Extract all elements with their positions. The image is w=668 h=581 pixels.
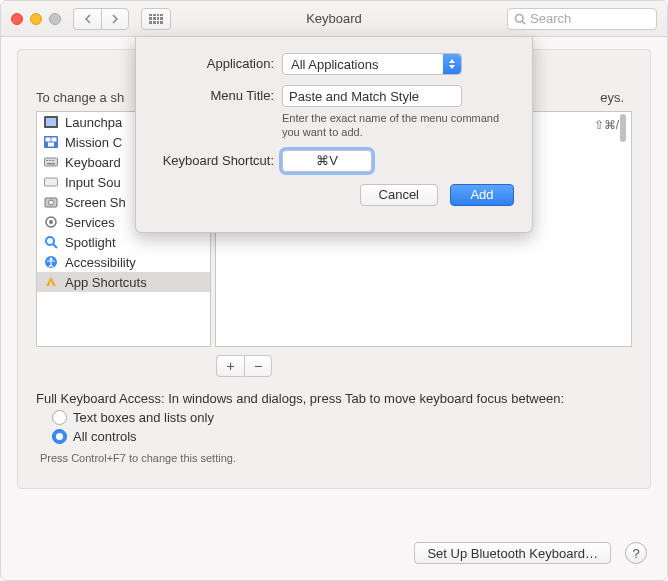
- sidebar-item-accessibility[interactable]: Accessibility: [37, 252, 210, 272]
- svg-point-0: [516, 14, 524, 22]
- fka-label: Full Keyboard Access: In windows and dia…: [36, 391, 632, 406]
- screenshots-icon: [43, 195, 59, 209]
- svg-rect-5: [46, 138, 51, 142]
- cancel-button[interactable]: Cancel: [360, 184, 438, 206]
- search-icon: [514, 13, 526, 25]
- svg-rect-11: [52, 160, 54, 161]
- svg-line-1: [522, 21, 525, 24]
- minus-icon: −: [254, 358, 262, 374]
- radio-label-all-controls: All controls: [73, 429, 137, 444]
- svg-rect-9: [46, 160, 48, 161]
- spotlight-icon: [43, 235, 59, 249]
- plus-icon: +: [226, 358, 234, 374]
- application-value: All Applications: [291, 57, 378, 72]
- radio-label-text-boxes: Text boxes and lists only: [73, 410, 214, 425]
- menu-title-input[interactable]: Paste and Match Style: [282, 85, 462, 107]
- mission-control-icon: [43, 135, 59, 149]
- menu-title-value: Paste and Match Style: [289, 89, 419, 104]
- sidebar-item-label: Accessibility: [65, 255, 136, 270]
- svg-rect-13: [45, 178, 58, 186]
- close-window-button[interactable]: [11, 13, 23, 25]
- application-popup[interactable]: All Applications: [282, 53, 462, 75]
- app-shortcuts-icon: [43, 275, 59, 289]
- input-sources-icon: [43, 175, 59, 189]
- add-shortcut-sheet: Application: All Applications Menu Title…: [135, 37, 533, 233]
- svg-rect-3: [46, 118, 56, 126]
- scrollbar[interactable]: [617, 114, 629, 344]
- help-button[interactable]: ?: [625, 542, 647, 564]
- add-shortcut-button[interactable]: +: [216, 355, 244, 377]
- zoom-window-button[interactable]: [49, 13, 61, 25]
- accessibility-icon: [43, 255, 59, 269]
- svg-point-21: [50, 258, 53, 261]
- bluetooth-keyboard-button[interactable]: Set Up Bluetooth Keyboard…: [414, 542, 611, 564]
- sidebar-item-label: Input Sou: [65, 175, 121, 190]
- description-prefix: To change a sh: [36, 90, 124, 105]
- search-placeholder: Search: [530, 11, 571, 26]
- svg-point-15: [49, 200, 54, 205]
- grid-icon: [149, 14, 163, 24]
- sidebar-item-label: Launchpa: [65, 115, 122, 130]
- shortcut-label: Keyboard Shortcut:: [154, 150, 282, 168]
- chevron-updown-icon: [443, 54, 461, 74]
- sidebar-item-label: Keyboard: [65, 155, 121, 170]
- svg-line-19: [53, 244, 57, 248]
- sidebar-item-label: App Shortcuts: [65, 275, 147, 290]
- sidebar-item-label: Screen Sh: [65, 195, 126, 210]
- launchpad-icon: [43, 115, 59, 129]
- radio-text-boxes[interactable]: [52, 410, 67, 425]
- remove-shortcut-button[interactable]: −: [244, 355, 272, 377]
- svg-point-17: [49, 220, 53, 224]
- sidebar-item-label: Mission C: [65, 135, 122, 150]
- sidebar-item-label: Spotlight: [65, 235, 116, 250]
- svg-point-18: [46, 237, 54, 245]
- sidebar-item-app-shortcuts[interactable]: App Shortcuts: [37, 272, 210, 292]
- show-all-button[interactable]: [141, 8, 171, 30]
- shortcut-value-hint: ⇧⌘/: [594, 118, 619, 132]
- shortcut-value: ⌘V: [316, 153, 338, 168]
- application-label: Application:: [154, 53, 282, 71]
- nav-buttons: [73, 8, 129, 30]
- svg-rect-8: [45, 158, 58, 166]
- svg-rect-10: [49, 160, 51, 161]
- add-remove-buttons: + −: [216, 355, 632, 377]
- description-suffix: eys.: [600, 90, 624, 105]
- window-controls: [11, 13, 61, 25]
- sidebar-item-label: Services: [65, 215, 115, 230]
- services-icon: [43, 215, 59, 229]
- menu-title-help: Enter the exact name of the menu command…: [282, 111, 512, 140]
- radio-all-controls[interactable]: [52, 429, 67, 444]
- sidebar-item-spotlight[interactable]: Spotlight: [37, 232, 210, 252]
- shortcut-input[interactable]: ⌘V: [282, 150, 372, 172]
- search-field[interactable]: Search: [507, 8, 657, 30]
- minimize-window-button[interactable]: [30, 13, 42, 25]
- keyboard-icon: [43, 155, 59, 169]
- svg-rect-7: [48, 143, 54, 147]
- back-button[interactable]: [73, 8, 101, 30]
- help-icon: ?: [632, 546, 639, 561]
- svg-rect-6: [52, 138, 57, 142]
- forward-button[interactable]: [101, 8, 129, 30]
- titlebar: Keyboard Search: [1, 1, 667, 37]
- svg-rect-12: [47, 163, 55, 165]
- fka-note: Press Control+F7 to change this setting.: [40, 452, 632, 464]
- add-button[interactable]: Add: [450, 184, 514, 206]
- menu-title-label: Menu Title:: [154, 85, 282, 103]
